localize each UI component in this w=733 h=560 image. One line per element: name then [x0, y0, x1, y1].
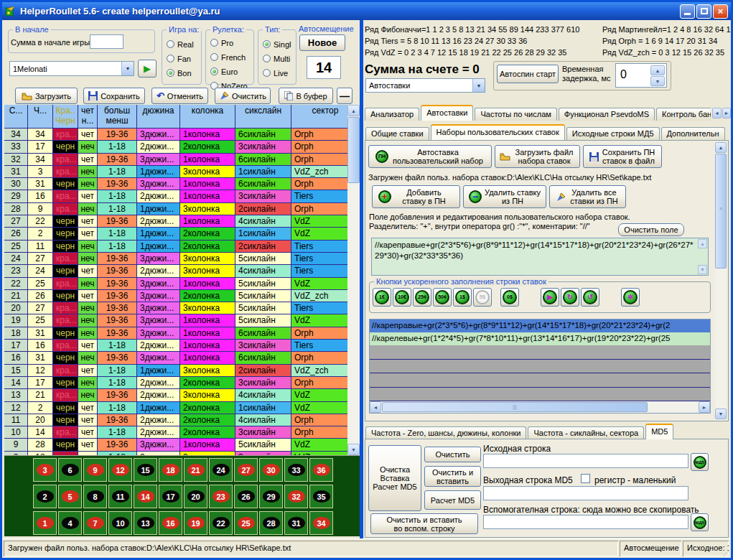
- board-cell-28[interactable]: 28: [259, 511, 283, 535]
- copy-to-buffer-button[interactable]: В буфер: [279, 88, 333, 104]
- board-cell-32[interactable]: 32: [284, 485, 308, 508]
- autospin-start-button[interactable]: Автоспин старт: [497, 65, 559, 83]
- board-cell-27[interactable]: 27: [234, 458, 258, 482]
- chip-button-1$[interactable]: 1$: [453, 288, 472, 307]
- table-row[interactable]: 1512кра...чет1-181дюжи...3колонка2сиклай…: [4, 365, 360, 377]
- table-row[interactable]: 1716кра...чет1-182дюжи...1колонка3сиклай…: [4, 340, 360, 352]
- table-row[interactable]: 2722чернчет19-362дюжи...1колонка4сиклайн…: [4, 215, 360, 228]
- table-row[interactable]: 2027кра...неч19-363дюжи...3колонка5сикла…: [4, 302, 360, 314]
- board-cell-20[interactable]: 20: [184, 485, 207, 508]
- clear-button[interactable]: Очистить: [215, 88, 271, 104]
- tab-scroll-left-button[interactable]: ◄: [712, 108, 722, 118]
- md5-calc-button[interactable]: Расчет MD5: [424, 490, 481, 510]
- board-cell-26[interactable]: 26: [234, 485, 258, 508]
- tab-наборы-пользовательских-ставок[interactable]: Наборы пользовательских ставок: [431, 124, 565, 140]
- scroll-up-button[interactable]: ▲: [347, 105, 360, 116]
- tab-частоты-по-числам[interactable]: Частоты по числам: [475, 108, 556, 121]
- remove-all-bets-button[interactable]: Удалить все ставки из ПН: [549, 185, 626, 208]
- board-cell-3[interactable]: 3: [33, 458, 57, 482]
- md5-clear-paste-calc-button[interactable]: Очистка Вставка Расчет MD5: [368, 445, 421, 511]
- md5-clear-paste-button[interactable]: Очистить и вставить: [424, 466, 481, 487]
- pattern-chip-button[interactable]: ✲: [621, 288, 640, 307]
- board-cell-16[interactable]: 16: [159, 511, 182, 535]
- register-checkbox[interactable]: [581, 474, 590, 483]
- board-cell-19[interactable]: 19: [184, 511, 207, 535]
- board-cell-21[interactable]: 21: [184, 458, 207, 482]
- table-row[interactable]: 2427кра...неч19-363дюжи...3колонка5сикла…: [4, 253, 360, 265]
- table-row[interactable]: 2916кра...чет1-182дюжи...1колонка3сиклай…: [4, 190, 360, 202]
- radio-bon[interactable]: Bon: [167, 67, 200, 79]
- delay-spinner[interactable]: 0 ▲ ▼: [615, 63, 667, 88]
- bet-set-listbox[interactable]: //кареправые+gr(2*3*5*6)+gr(8*9*11*12)+g…: [369, 319, 711, 414]
- repeat-chip-button[interactable]: ↻: [561, 288, 579, 307]
- clear-field-button[interactable]: Очистить поле: [618, 223, 684, 236]
- play-chip-button[interactable]: ▶: [541, 288, 559, 307]
- table-row[interactable]: 1321кра...неч19-362дюжи...3колонка4сикла…: [4, 389, 360, 401]
- md5-copy-aux-button[interactable]: МД5: [691, 513, 709, 531]
- scrollbar-thumb[interactable]: ≡: [715, 154, 727, 269]
- radio-pro[interactable]: Pro: [210, 37, 252, 49]
- tab-md5[interactable]: MD5: [645, 424, 673, 439]
- spinner-down-button[interactable]: ▼: [650, 76, 665, 86]
- table-scrollbar[interactable]: ▲ ▼: [347, 105, 360, 455]
- tab-функционал-psevdoms[interactable]: Функционал PsevdoMS: [559, 108, 655, 121]
- table-row[interactable]: 1831черннеч19-363дюжи...1колонка6сиклайн…: [4, 327, 360, 340]
- board-cell-4[interactable]: 4: [58, 511, 82, 535]
- table-row[interactable]: 3317черннеч1-182дюжи...2колонка3сиклайнO…: [4, 141, 360, 153]
- tab-общие-ставки[interactable]: Общие ставки: [365, 127, 429, 140]
- chip-button-50¢[interactable]: 50¢: [433, 288, 452, 307]
- radio-multi[interactable]: Multi: [263, 52, 294, 65]
- table-row[interactable]: 1014кра...чет1-182дюжи...2колонка3сиклай…: [4, 426, 360, 439]
- list-item[interactable]: //кареправые+gr(2*3*5*6)+gr(8*9*11*12)+g…: [370, 319, 710, 332]
- board-cell-29[interactable]: 29: [259, 485, 283, 508]
- board-cell-31[interactable]: 31: [284, 511, 308, 535]
- scrollbar-thumb[interactable]: [347, 117, 360, 183]
- table-row[interactable]: 2225кра...неч19-363дюжи...1колонка5сикла…: [4, 278, 360, 290]
- add-bet-button[interactable]: + Добавить ставку в ПН: [372, 185, 460, 208]
- board-cell-6[interactable]: 6: [58, 458, 82, 482]
- scroll-right-button[interactable]: ►: [699, 401, 710, 413]
- board-cell-33[interactable]: 33: [284, 458, 308, 482]
- chip-button-1€[interactable]: 1€: [373, 288, 391, 307]
- tab-контроль-банкрол[interactable]: Контроль банкрол: [656, 108, 711, 121]
- md5-clear-button[interactable]: Очистить: [424, 447, 481, 462]
- board-cell-1[interactable]: 1: [33, 511, 57, 535]
- table-row[interactable]: 928чернчет19-363дюжи...1колонка5сиклайнV…: [4, 439, 360, 451]
- radio-french[interactable]: French: [210, 51, 252, 63]
- board-cell-23[interactable]: 23: [209, 485, 233, 508]
- radio-real[interactable]: Real: [167, 38, 200, 50]
- table-row[interactable]: 262чернчет1-181дюжи...2колонка1сиклайнVd…: [4, 228, 360, 240]
- table-row[interactable]: 122чернчет1-181дюжи...2колонка1сиклайнVd…: [4, 402, 360, 414]
- scroll-left-button[interactable]: ◄: [370, 401, 381, 413]
- radio-singl[interactable]: Singl: [263, 38, 294, 50]
- autoset-user-set-button[interactable]: ПН Автоставка пользовательский набор: [368, 145, 492, 168]
- board-cell-17[interactable]: 17: [159, 485, 182, 508]
- radio-fan[interactable]: Fan: [167, 52, 200, 65]
- resize-grip[interactable]: ⋰: [723, 549, 729, 556]
- board-cell-25[interactable]: 25: [234, 511, 258, 535]
- scrollbar-thumb[interactable]: |||: [382, 402, 648, 412]
- load-button[interactable]: Загрузить: [15, 88, 78, 104]
- board-cell-14[interactable]: 14: [134, 485, 157, 508]
- preset-combobox[interactable]: 1Melonati ▼: [9, 61, 134, 76]
- table-row[interactable]: 1631черннеч19-363дюжи...1колонка6сиклайн…: [4, 352, 360, 364]
- remove-bet-button[interactable]: − Удалить ставку из ПН: [463, 185, 546, 208]
- table-row[interactable]: 2324чернчет19-362дюжи...3колонка4сиклайн…: [4, 265, 360, 277]
- table-row[interactable]: 2511черннеч1-181дюжи...2колонка2сиклайнT…: [4, 241, 360, 253]
- md5-source-input[interactable]: [483, 454, 688, 468]
- chip-button-0$[interactable]: 0$: [500, 288, 519, 307]
- board-cell-10[interactable]: 10: [108, 511, 132, 535]
- scroll-down-button[interactable]: ▼: [715, 409, 727, 419]
- board-cell-30[interactable]: 30: [259, 458, 283, 482]
- table-row[interactable]: 1417черннеч1-182дюжи...2колонка3сиклайнO…: [4, 377, 360, 389]
- board-cell-18[interactable]: 18: [159, 458, 182, 482]
- tab-исходные-строки-мд5[interactable]: Исходные строки МД5: [566, 127, 660, 140]
- table-row[interactable]: 3031черннеч19-363дюжи...1колонка6сиклайн…: [4, 178, 360, 190]
- board-cell-8[interactable]: 8: [83, 485, 107, 508]
- minus-button[interactable]: —: [337, 88, 353, 104]
- md5-aux-input[interactable]: [483, 515, 688, 529]
- run-preset-button[interactable]: ▶: [138, 60, 157, 78]
- tab-автоставки[interactable]: Автоставки: [421, 105, 473, 121]
- md5-clear-paste-aux-button[interactable]: Очистить и вставить во вспом. строку: [370, 513, 478, 534]
- tab-анализатор[interactable]: Анализатор: [365, 108, 419, 121]
